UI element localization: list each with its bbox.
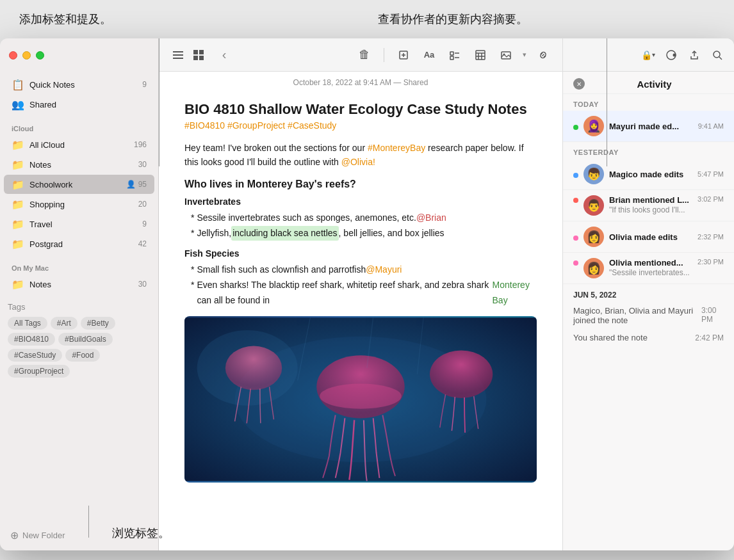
annotation-bottom: 浏览标签。: [112, 525, 170, 541]
svg-rect-12: [450, 56, 453, 60]
note-intro: Hey team! I've broken out the sections f…: [184, 141, 537, 170]
activity-close-button[interactable]: ✕: [573, 78, 585, 90]
export-button[interactable]: [685, 46, 703, 64]
back-button[interactable]: ‹: [215, 46, 233, 64]
note-body[interactable]: BIO 4810 Shallow Water Ecology Case Stud…: [159, 91, 562, 550]
folder-icon: 📁: [12, 198, 24, 211]
activity-time: 3:02 PM: [697, 195, 724, 203]
tag-casestudy[interactable]: #CaseStudy: [8, 349, 62, 362]
sidebar-item-notes-icloud[interactable]: 📁 Notes 30: [4, 155, 154, 174]
activity-name: Olivia made edits: [609, 232, 692, 242]
close-button[interactable]: [9, 51, 17, 60]
link-button[interactable]: [534, 46, 552, 64]
shopping-label: Shopping: [29, 200, 138, 209]
tag-all-tags[interactable]: All Tags: [8, 317, 47, 330]
minimize-button[interactable]: [22, 51, 31, 60]
svg-rect-5: [193, 56, 198, 60]
quick-notes-label: Quick Notes: [29, 80, 142, 90]
svg-rect-4: [199, 50, 204, 54]
folder-icon: 📁: [12, 278, 24, 291]
postgrad-count: 42: [138, 239, 147, 248]
list-item: Sessile invertebrates such as sponges, a…: [191, 211, 537, 226]
hashtag-montereybay: #MontereyBay: [368, 143, 425, 153]
search-button[interactable]: [708, 46, 726, 64]
svg-point-28: [430, 350, 493, 398]
view-toggle-group: [169, 46, 208, 64]
sidebar: 📋 Quick Notes 9 👥 Shared iCloud 📁 All iC…: [0, 38, 159, 550]
activity-body: TODAY 🧕 Mayuri made ed... 9:41 AM YESTER…: [563, 94, 734, 550]
svg-point-33: [673, 53, 676, 56]
main-toolbar: ‹ 🗑 Aa ▾: [159, 38, 562, 72]
sidebar-item-all-icloud[interactable]: 📁 All iCloud 196: [4, 135, 154, 154]
tag-groupproject[interactable]: #GroupProject: [8, 365, 70, 378]
sidebar-icloud-section: iCloud 📁 All iCloud 196 📁 Notes 30 📁 Sch…: [0, 117, 158, 257]
tags-section: Tags All Tags #Art #Betty #BIO4810 #Buil…: [0, 297, 158, 383]
grid-view-button[interactable]: [190, 46, 208, 64]
sidebar-item-travel[interactable]: 📁 Travel 9: [4, 214, 154, 234]
annotation-line-bottom: [88, 506, 89, 538]
notes-mac-count: 30: [138, 280, 147, 289]
activity-panel: 🔒▾ ✕ Activity TODAY 🧕: [562, 38, 734, 550]
mention-mayuri: @Mayuri: [366, 262, 402, 278]
svg-rect-10: [450, 52, 453, 55]
activity-time: 9:41 AM: [698, 122, 724, 130]
activity-item-olivia-mentioned[interactable]: 👩 Olivia mentioned... "Sessile invertebr…: [563, 253, 734, 284]
activity-item-brian[interactable]: 👨 Brian mentioned L... "If this looks go…: [563, 190, 734, 221]
activity-dot: [573, 173, 578, 178]
lock-button[interactable]: 🔒▾: [639, 46, 657, 64]
format-button[interactable]: Aa: [420, 46, 438, 64]
activity-item-magico[interactable]: 👦 Magico made edits 5:47 PM: [563, 159, 734, 190]
activity-item-olivia-edits[interactable]: 👩 Olivia made edits 2:32 PM: [563, 221, 734, 253]
tag-art[interactable]: #Art: [51, 317, 77, 330]
tag-betty[interactable]: #Betty: [81, 317, 115, 330]
highlight-black-sea-nettles: including black sea nettles: [231, 226, 338, 241]
section-title-3: Fish Species: [184, 248, 537, 259]
sidebar-item-shared[interactable]: 👥 Shared: [4, 95, 154, 114]
annotation-line-left: [159, 38, 159, 166]
maximize-button[interactable]: [36, 51, 44, 60]
activity-name: Olivia mentioned...: [609, 258, 692, 268]
tag-food[interactable]: #Food: [65, 349, 100, 362]
activity-header: ✕ Activity: [563, 72, 734, 94]
annotation-top-left: 添加标签和提及。: [19, 12, 111, 27]
activity-item-mayuri[interactable]: 🧕 Mayuri made ed... 9:41 AM: [563, 111, 734, 142]
activity-time: 2:32 PM: [697, 233, 724, 241]
sidebar-item-schoolwork[interactable]: 📁 Schoolwork 👤 95: [4, 175, 154, 194]
activity-dot: [573, 260, 578, 266]
activity-snippet: "If this looks good I'll...: [609, 205, 692, 214]
table-button[interactable]: [471, 46, 489, 64]
tag-bio4810[interactable]: #BIO4810: [8, 333, 55, 346]
sidebar-item-postgrad[interactable]: 📁 Postgrad 42: [4, 234, 154, 253]
annotation-top-right: 查看协作者的更新内容摘要。: [378, 12, 528, 27]
svg-rect-14: [476, 51, 485, 60]
new-folder-icon: ⊕: [10, 529, 19, 541]
list-view-button[interactable]: [169, 46, 187, 64]
activity-group-joined: Magico, Brian, Olivia and Mayuri joined …: [563, 302, 734, 329]
activity-title: Activity: [585, 79, 724, 90]
compose-button[interactable]: [395, 46, 412, 64]
travel-label: Travel: [29, 220, 142, 229]
joined-time: 3:00 PM: [701, 306, 724, 324]
sidebar-item-quick-notes[interactable]: 📋 Quick Notes 9: [4, 75, 154, 94]
svg-rect-1: [173, 54, 183, 56]
share-button[interactable]: [662, 46, 680, 64]
mention-brian: @Brian: [416, 211, 446, 226]
all-icloud-count: 196: [134, 140, 147, 149]
folder-icon: 📁: [12, 178, 24, 191]
sidebar-item-notes-mac[interactable]: 📁 Notes 30: [4, 275, 154, 294]
schoolwork-label: Schoolwork: [29, 180, 126, 189]
app-window: 📋 Quick Notes 9 👥 Shared iCloud 📁 All iC…: [0, 38, 734, 550]
schoolwork-count: 95: [138, 180, 147, 189]
notes-icloud-count: 30: [138, 160, 147, 169]
tag-buildgoals[interactable]: #BuildGoals: [58, 333, 113, 346]
checklist-button[interactable]: [446, 46, 464, 64]
activity-toolbar: 🔒▾: [563, 38, 734, 72]
svg-line-35: [719, 57, 722, 60]
highlight-monterey-bay: Monterey Bay: [493, 278, 537, 308]
note-title: BIO 4810 Shallow Water Ecology Case Stud…: [184, 101, 537, 118]
activity-name: Brian mentioned L...: [609, 195, 692, 205]
media-button[interactable]: [497, 46, 515, 64]
activity-text: Brian mentioned L... "If this looks good…: [609, 195, 692, 214]
sidebar-item-shopping[interactable]: 📁 Shopping 20: [4, 195, 154, 214]
delete-button[interactable]: 🗑: [355, 46, 373, 64]
